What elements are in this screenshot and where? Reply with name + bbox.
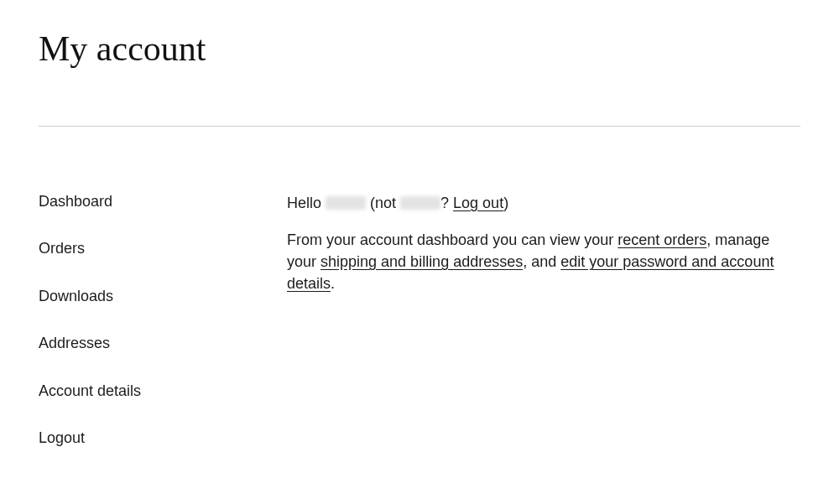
sidebar-item-addresses[interactable]: Addresses bbox=[39, 335, 110, 351]
blurb-text: . bbox=[331, 275, 335, 292]
greeting-hello: Hello bbox=[287, 195, 326, 211]
username-redacted bbox=[326, 196, 366, 210]
sidebar-item-account-details[interactable]: Account details bbox=[39, 382, 141, 399]
blurb-text: , and bbox=[523, 253, 560, 270]
blurb-text: From your account dashboard you can view… bbox=[287, 231, 618, 248]
recent-orders-link[interactable]: recent orders bbox=[618, 231, 706, 248]
sidebar-item-orders[interactable]: Orders bbox=[39, 240, 85, 257]
greeting-question: ? bbox=[440, 195, 453, 211]
shipping-addresses-link[interactable]: shipping and billing addresses bbox=[320, 253, 523, 270]
sidebar-item-downloads[interactable]: Downloads bbox=[39, 288, 113, 304]
dashboard-blurb: From your account dashboard you can view… bbox=[287, 229, 800, 294]
sidebar-item-dashboard[interactable]: Dashboard bbox=[39, 193, 112, 210]
greeting-line: Hello (not ? Log out) bbox=[287, 192, 800, 214]
account-sidebar: Dashboard Orders Downloads Addresses Acc… bbox=[39, 192, 287, 475]
page-title: My account bbox=[39, 29, 800, 69]
account-content: Hello (not ? Log out) From your account … bbox=[287, 192, 800, 475]
logout-link[interactable]: Log out bbox=[453, 195, 503, 211]
greeting-close-paren: ) bbox=[503, 195, 508, 211]
greeting-not-prefix: (not bbox=[366, 195, 400, 211]
divider bbox=[39, 126, 800, 127]
username-redacted-2 bbox=[400, 196, 440, 210]
sidebar-item-logout[interactable]: Logout bbox=[39, 429, 85, 446]
